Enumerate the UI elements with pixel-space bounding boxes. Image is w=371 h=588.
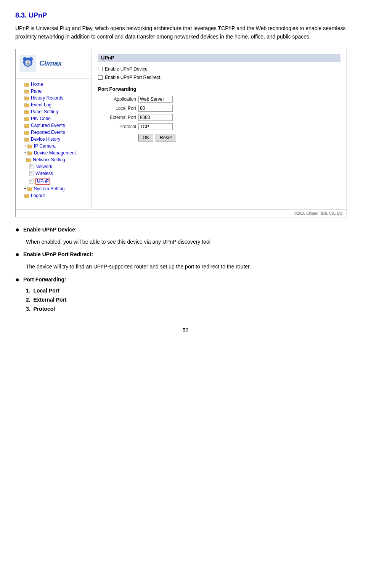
sidebar-item-event-log[interactable]: Event Log [16, 101, 92, 108]
protocol-input[interactable] [138, 123, 173, 130]
svg-rect-33 [29, 164, 33, 169]
sidebar-item-device-history[interactable]: Device History [16, 136, 92, 143]
sidebar-label-event-log: Event Log [31, 102, 51, 108]
sidebar: Climax Home Panel History Records Event … [16, 49, 92, 209]
svg-rect-37 [29, 171, 33, 176]
svg-rect-30 [27, 151, 30, 153]
bullet-desc-enable-device: When enabled, you will be able to see th… [26, 238, 356, 246]
svg-rect-12 [24, 90, 27, 91]
sidebar-item-panel[interactable]: Panel [16, 88, 92, 95]
svg-rect-28 [27, 145, 30, 146]
enable-port-redirect-row: Enable UPnP Port Redirect. [98, 75, 340, 80]
sidebar-label-pin-code: PIN Code [31, 116, 51, 121]
sidebar-label-wireless: Wireless [35, 171, 53, 176]
folder-icon [24, 193, 29, 198]
sidebar-label-device-management: Device Management [34, 150, 76, 156]
folder-icon [27, 186, 32, 191]
sidebar-item-panel-setting[interactable]: Panel Setting [16, 108, 92, 115]
sidebar-item-captured-events[interactable]: Captured Events [16, 122, 92, 129]
sidebar-item-home[interactable]: Home [16, 81, 92, 88]
page-title: 8.3. UPnP [15, 11, 356, 19]
sidebar-item-history-records[interactable]: History Records [16, 95, 92, 101]
bullet-item-enable-device: ● Enable UPnP Device: [15, 227, 356, 234]
sidebar-label-device-history: Device History [31, 137, 60, 142]
bullet-title-enable-device: Enable UPnP Device: [23, 227, 77, 233]
sidebar-label-system-setting: System Setting [34, 186, 65, 191]
application-input[interactable] [138, 96, 173, 103]
sidebar-label-captured-events: Captured Events [31, 123, 65, 128]
sidebar-logo: Climax [16, 52, 92, 79]
folder-icon [27, 143, 32, 149]
sidebar-label-network: Network [35, 164, 52, 169]
screenshot-container: Climax Home Panel History Records Event … [15, 49, 347, 217]
svg-rect-32 [26, 158, 29, 159]
svg-rect-14 [24, 96, 27, 98]
folder-icon [24, 130, 29, 135]
folder-icon [24, 137, 29, 142]
page-icon [29, 171, 34, 176]
page-icon [29, 164, 34, 169]
svg-rect-26 [24, 138, 27, 139]
numbered-item-2: 2. External Port [26, 297, 356, 303]
local-port-input[interactable] [138, 105, 173, 112]
sidebar-item-reported-events[interactable]: Reported Events [16, 129, 92, 136]
page-number: 52 [15, 327, 356, 333]
sidebar-item-network[interactable]: Network [16, 163, 92, 170]
sidebar-label-upnp: UPnP [35, 178, 50, 185]
folder-icon [24, 95, 29, 101]
expander-ip-camera: + [24, 144, 26, 148]
bullet-desc-enable-port: The device will try to find an UPnP-supp… [26, 262, 356, 271]
sidebar-item-pin-code[interactable]: PIN Code [16, 115, 92, 122]
upnp-main-panel: UPnP Enable UPnP Device. Enable UPnP Por… [92, 49, 347, 209]
page-icon [29, 178, 34, 184]
bullet-item-enable-port: ● Enable UPnP Port Redirect: [15, 251, 356, 259]
sidebar-label-logout: Logout [31, 193, 45, 198]
upnp-section-title: UPnP [98, 54, 340, 62]
enable-device-label: Enable UPnP Device. [105, 66, 149, 72]
svg-rect-16 [24, 103, 27, 104]
sidebar-item-network-setting[interactable]: - Network Setting [16, 156, 92, 163]
sidebar-label-network-setting: Network Setting [33, 157, 65, 162]
folder-icon [24, 109, 29, 114]
sidebar-label-ip-camera: IP Camera [34, 143, 56, 149]
svg-rect-24 [24, 131, 27, 132]
sidebar-item-system-setting[interactable]: + System Setting [16, 185, 92, 192]
external-port-row: External Port [98, 114, 340, 121]
expander-network-setting: - [24, 157, 25, 162]
local-port-row: Local Port [98, 105, 340, 112]
reset-button[interactable]: Reset [156, 134, 176, 141]
svg-point-6 [29, 61, 30, 63]
sidebar-label-history-records: History Records [31, 95, 63, 101]
numbered-list: 1. Local Port 2. External Port 3. Protoc… [26, 288, 356, 312]
folder-icon [26, 157, 31, 162]
numbered-label-protocol: Protocol [33, 306, 55, 312]
svg-rect-22 [24, 124, 27, 125]
sidebar-label-panel-setting: Panel Setting [31, 109, 58, 114]
numbered-item-3: 3. Protocol [26, 306, 356, 312]
svg-rect-18 [24, 110, 27, 111]
enable-port-redirect-label: Enable UPnP Port Redirect. [105, 75, 162, 80]
ok-button[interactable]: OK [138, 134, 153, 141]
numbered-label-local-port: Local Port [33, 288, 59, 294]
climax-logo-icon [19, 55, 36, 72]
sidebar-item-logout[interactable]: Logout [16, 192, 92, 199]
application-label: Application [98, 96, 136, 102]
external-port-label: External Port [98, 115, 136, 120]
bullet-dot-2: ● [15, 251, 19, 259]
svg-rect-48 [24, 194, 27, 195]
folder-icon [27, 150, 32, 156]
enable-port-redirect-checkbox[interactable] [98, 75, 103, 80]
protocol-row: Protocol [98, 123, 340, 130]
bullet-item-port-forwarding: ● Port Forwarding: [15, 276, 356, 284]
folder-icon [24, 88, 29, 94]
sidebar-item-ip-camera[interactable]: + IP Camera [16, 143, 92, 149]
bullet-dot-1: ● [15, 226, 19, 234]
sidebar-item-upnp[interactable]: UPnP [16, 177, 92, 185]
sidebar-item-device-management[interactable]: + Device Management [16, 149, 92, 156]
external-port-input[interactable] [138, 114, 173, 121]
enable-device-checkbox[interactable] [98, 67, 103, 71]
svg-rect-41 [29, 179, 33, 183]
sidebar-item-wireless[interactable]: Wireless [16, 170, 92, 177]
copyright-text: ©2016 Climax Tech. Co., Ltd. [16, 209, 347, 217]
bullet-section: ● Enable UPnP Device: When enabled, you … [15, 227, 356, 312]
